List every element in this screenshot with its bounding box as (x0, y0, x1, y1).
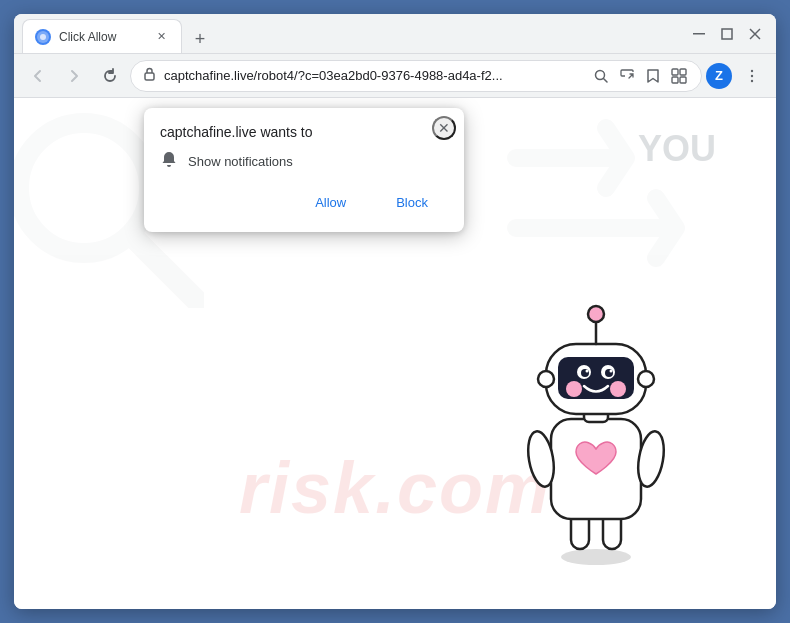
search-icon[interactable] (591, 66, 611, 86)
popup-close-button[interactable]: ✕ (432, 116, 456, 140)
svg-point-35 (586, 370, 589, 373)
svg-point-13 (751, 69, 753, 71)
notification-popup: ✕ captchafine.live wants to Show notific… (144, 108, 464, 232)
svg-point-36 (610, 370, 613, 373)
block-button[interactable]: Block (376, 189, 448, 216)
tab-favicon (35, 29, 51, 45)
address-icons (591, 66, 689, 86)
robot-illustration (496, 289, 696, 569)
svg-line-8 (604, 78, 608, 82)
bookmark-icon[interactable] (643, 66, 663, 86)
arrows-watermark (496, 98, 776, 298)
toolbar-right: Z (706, 60, 768, 92)
svg-point-29 (566, 381, 582, 397)
svg-rect-12 (680, 77, 686, 83)
svg-point-15 (751, 79, 753, 81)
popup-notification-row: Show notifications (160, 150, 448, 173)
notification-text: Show notifications (188, 154, 293, 169)
svg-line-17 (136, 240, 199, 303)
window-controls (686, 21, 768, 47)
close-button[interactable] (742, 21, 768, 47)
svg-rect-10 (680, 69, 686, 75)
back-button[interactable] (22, 60, 54, 92)
svg-point-14 (751, 74, 753, 76)
maximize-button[interactable] (714, 21, 740, 47)
bell-icon (160, 150, 178, 173)
svg-point-37 (538, 371, 554, 387)
tab-title: Click Allow (59, 30, 145, 44)
minimize-button[interactable] (686, 21, 712, 47)
popup-buttons: Allow Block (160, 189, 448, 216)
svg-point-1 (40, 34, 46, 40)
svg-point-18 (561, 549, 631, 565)
popup-title: captchafine.live wants to (160, 124, 448, 140)
svg-point-27 (588, 306, 604, 322)
svg-rect-11 (672, 77, 678, 83)
svg-point-38 (638, 371, 654, 387)
forward-button[interactable] (58, 60, 90, 92)
reload-button[interactable] (94, 60, 126, 92)
svg-rect-6 (145, 73, 154, 80)
share-icon[interactable] (617, 66, 637, 86)
allow-button[interactable]: Allow (295, 189, 366, 216)
address-bar[interactable]: captchafine.live/robot4/?c=03ea2bd0-9376… (130, 60, 702, 92)
menu-button[interactable] (736, 60, 768, 92)
extensions-icon[interactable] (669, 66, 689, 86)
lock-icon (143, 67, 156, 84)
svg-rect-3 (722, 29, 732, 39)
you-text: YOU (638, 128, 716, 170)
svg-rect-2 (693, 33, 705, 35)
title-bar: Click Allow ✕ + (14, 14, 776, 54)
active-tab[interactable]: Click Allow ✕ (22, 19, 182, 53)
browser-window: Click Allow ✕ + (14, 14, 776, 609)
url-text: captchafine.live/robot4/?c=03ea2bd0-9376… (164, 68, 583, 83)
svg-point-30 (610, 381, 626, 397)
new-tab-button[interactable]: + (186, 25, 214, 53)
page-content: YOU risk.com (14, 98, 776, 609)
toolbar: captchafine.live/robot4/?c=03ea2bd0-9376… (14, 54, 776, 98)
tab-close-button[interactable]: ✕ (153, 29, 169, 45)
tab-strip: Click Allow ✕ + (22, 14, 348, 53)
svg-rect-9 (672, 69, 678, 75)
profile-button[interactable]: Z (706, 63, 732, 89)
